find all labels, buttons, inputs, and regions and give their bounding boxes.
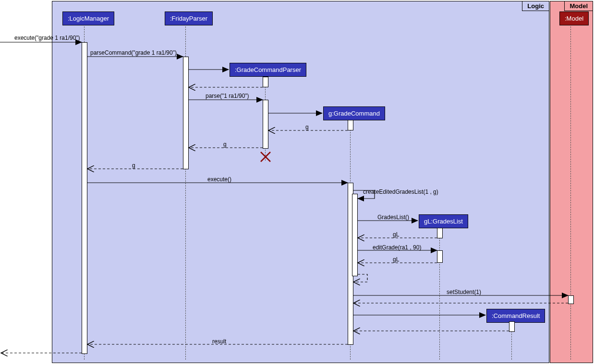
msg-set-student: setStudent(1) (447, 289, 481, 295)
participant-logic-manager: :LogicManager (62, 12, 114, 25)
participant-model: :Model (559, 12, 589, 25)
activation-grades-list-1 (437, 228, 443, 238)
msg-grades-list: GradesList() (377, 214, 409, 221)
activation-grade-cmd-parser-1 (263, 77, 268, 87)
sequence-diagram: Logic Model :LogicManager :FridayParser … (0, 0, 594, 364)
activation-friday-parser (183, 57, 189, 169)
activation-model (568, 295, 574, 304)
msg-return-g1: g (305, 124, 309, 130)
activation-grades-list-2 (437, 250, 443, 263)
msg-parse-command: parseCommand("grade 1 ra1/90") (90, 49, 177, 56)
msg-return-gl1: gL (393, 231, 399, 238)
participant-grade-command: g:GradeCommand (323, 106, 385, 120)
lifeline-model (570, 24, 571, 360)
msg-execute: execute("grade 1 ra1/90") (14, 35, 80, 41)
participant-grade-command-parser: :GradeCommandParser (230, 63, 306, 77)
activation-grade-command-1 (348, 120, 353, 130)
participant-grades-list: gL:GradesList (419, 214, 468, 228)
msg-return-g2: g (223, 141, 227, 148)
frame-logic-title: Logic (522, 1, 549, 11)
msg-return-gl2: gL (393, 256, 399, 263)
participant-friday-parser: :FridayParser (165, 12, 213, 25)
participant-command-result: :CommandResult (486, 309, 545, 323)
msg-edit-grade: editGrade(ra1 , 90) (373, 244, 421, 251)
msg-parse: parse("1 ra1/90") (206, 93, 249, 99)
activation-grade-cmd-parser-2 (263, 100, 268, 149)
activation-logic-manager (82, 42, 87, 354)
msg-execute2: execute() (207, 176, 231, 183)
msg-return-g3: g (132, 162, 135, 169)
activation-command-result (509, 321, 515, 332)
msg-return-result: result (212, 338, 226, 345)
activation-self-call (352, 194, 358, 276)
frame-model: Model (550, 1, 593, 363)
msg-create-edited: createEditedGradesList(1 , g) (363, 188, 438, 195)
frame-model-title: Model (564, 1, 593, 11)
lifeline-grades-list (439, 228, 440, 360)
